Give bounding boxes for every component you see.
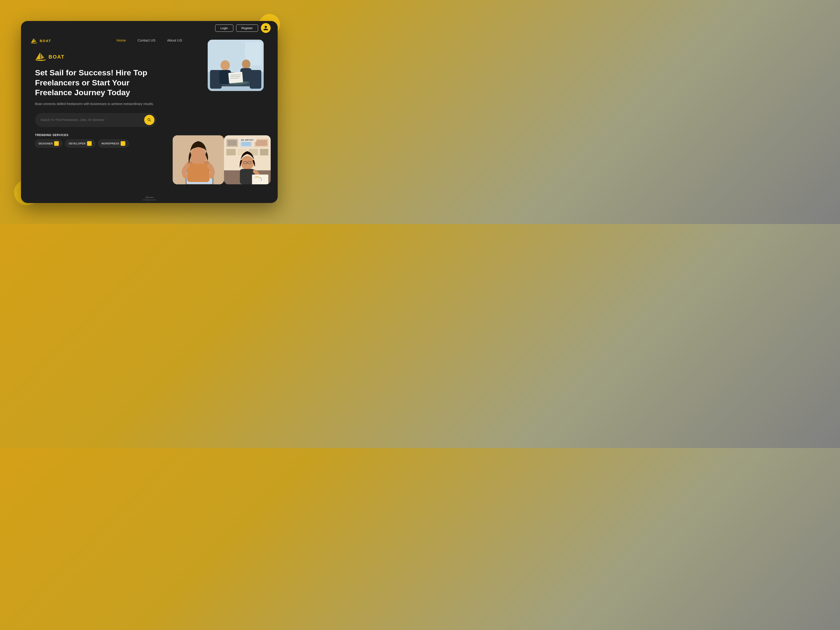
svg-point-13 [221, 60, 230, 71]
register-button[interactable]: Register [236, 25, 258, 32]
image-3d-artist: 3D ARTIST [224, 135, 271, 184]
watermark-arabic: مستقل [143, 195, 156, 199]
hero-logo-icon [35, 51, 46, 63]
tag-wordpress-label: WORDPRESS [101, 142, 120, 145]
tag-developer-label: DEVELOPER [69, 142, 85, 145]
trending-label: TRENDING SERVICES [35, 133, 156, 137]
svg-rect-36 [256, 140, 267, 146]
search-icon [147, 118, 152, 122]
image-meeting [208, 39, 264, 91]
svg-rect-32 [227, 140, 237, 146]
search-bar [35, 113, 156, 127]
tag-developer-icon: ↗ [87, 141, 92, 146]
svg-rect-47 [252, 175, 268, 184]
nav: Home Contact US About US [21, 35, 278, 46]
hero-logo-text: BOAT [49, 54, 65, 60]
tag-developer[interactable]: DEVELOPER ↗ [65, 139, 95, 147]
tag-designer-icon: ↗ [54, 141, 59, 146]
hero-title: Set Sail for Success! Hire Top Freelance… [35, 68, 156, 98]
3d-artist-svg [224, 135, 271, 184]
svg-point-48 [256, 176, 257, 178]
watermark: مستقل mostaql.com [143, 195, 156, 201]
top-bar: Login Register [21, 21, 278, 35]
svg-rect-28 [187, 164, 210, 182]
3d-artist-badge: 3D ARTIST [238, 138, 256, 142]
svg-point-24 [190, 147, 207, 166]
images-area: 3D ARTIST [173, 39, 271, 189]
tag-designer[interactable]: DESIGNER ↗ [35, 139, 62, 147]
image-woman-laptop [173, 135, 224, 184]
watermark-latin: mostaql.com [143, 199, 156, 201]
woman-laptop-svg [173, 135, 224, 184]
user-icon [263, 25, 268, 31]
svg-point-42 [241, 156, 254, 170]
tag-wordpress-icon: ↗ [121, 141, 125, 146]
user-avatar[interactable] [261, 23, 271, 33]
search-button[interactable] [144, 115, 155, 125]
svg-rect-17 [228, 72, 243, 83]
hero-subtitle: Boat connects skilled freelancers with b… [35, 101, 156, 106]
svg-rect-40 [260, 149, 268, 155]
nav-contact[interactable]: Contact US [138, 38, 156, 42]
main-card: Login Register BOAT Home Contact US Abou… [21, 21, 278, 203]
svg-point-15 [242, 60, 250, 69]
tag-designer-label: DESIGNER [38, 142, 53, 145]
login-button[interactable]: Login [215, 25, 233, 32]
hero-content: BOAT Set Sail for Success! Hire Top Free… [35, 51, 156, 147]
meeting-svg [208, 39, 264, 91]
search-input[interactable] [41, 118, 144, 122]
nav-about[interactable]: About US [167, 38, 182, 42]
nav-home[interactable]: Home [117, 38, 126, 42]
trending-tags: DESIGNER ↗ DEVELOPER ↗ WORDPRESS ↗ [35, 139, 156, 147]
tag-wordpress[interactable]: WORDPRESS ↗ [98, 139, 129, 147]
hero-logo: BOAT [35, 51, 156, 63]
svg-rect-37 [226, 149, 236, 155]
